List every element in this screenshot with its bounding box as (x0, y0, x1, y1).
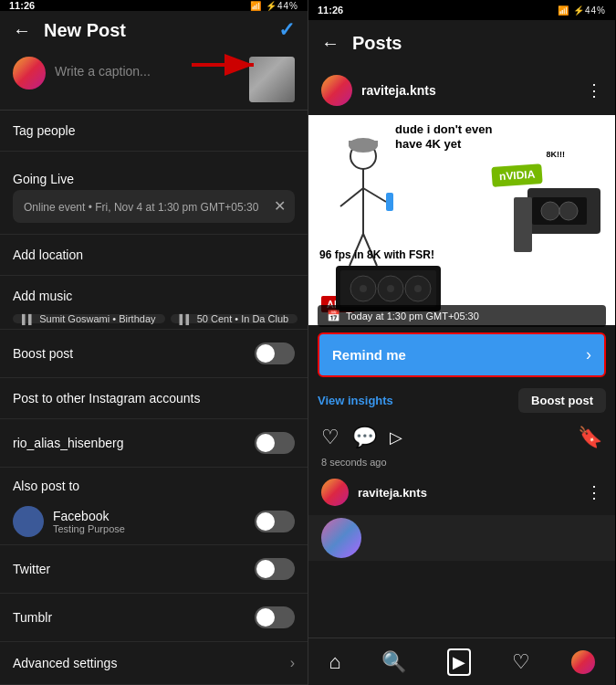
music-bars-icon-1: ▌▌ (22, 314, 35, 324)
next-post-preview (308, 515, 615, 561)
going-live-box: Online event • Fri, Nov 4 at 1:30 pm GMT… (13, 190, 295, 223)
tag-people-item[interactable]: Tag people (0, 111, 308, 152)
nav-reels-icon[interactable]: ▶ (447, 648, 471, 676)
event-time-text: Today at 1:30 pm GMT+05:30 (346, 311, 479, 321)
facebook-toggle[interactable] (255, 511, 295, 532)
facebook-row[interactable]: Facebook Testing Purpose (0, 499, 308, 545)
back-button-left[interactable]: ← (13, 20, 31, 41)
tumblr-toggle[interactable] (255, 606, 295, 628)
post-username-label: raviteja.knts (361, 83, 577, 98)
meme-text-line2: have 4K yet (395, 137, 461, 151)
twitter-label: Twitter (13, 562, 50, 576)
nav-home-icon[interactable]: ⌂ (329, 650, 340, 674)
post-to-other-item[interactable]: Post to other Instagram accounts (0, 378, 308, 419)
facebook-avatar (13, 506, 44, 537)
new-post-header: ← New Post ✓ (0, 11, 308, 49)
nav-profile-icon[interactable] (571, 650, 595, 674)
bookmark-icon[interactable]: 🔖 (578, 426, 602, 449)
going-live-header: Going Live (0, 159, 308, 190)
comment-options-button[interactable]: ⋮ (586, 482, 602, 502)
add-music-label: Add music (13, 289, 72, 303)
post-to-other-label: Post to other Instagram accounts (13, 391, 200, 406)
event-bar: 📅 Today at 1:30 pm GMT+05:30 (318, 305, 606, 327)
page-title-right: Posts (352, 33, 602, 54)
toggle-knob-2 (256, 434, 275, 452)
tumblr-label: Tumblr (13, 610, 52, 625)
music-pill-1-label: Sumit Goswami • Birthday (39, 313, 155, 324)
back-button-right[interactable]: ← (321, 33, 339, 54)
facebook-sub: Testing Purpose (53, 523, 125, 534)
nav-search-icon[interactable]: 🔍 (381, 650, 406, 674)
status-icons-left: 📶 ⚡44% (250, 1, 298, 11)
user-avatar-left (13, 57, 46, 90)
status-bar-right: 11:26 📶 ⚡44% (308, 0, 615, 20)
nvidia-badge: nVIDIA (491, 163, 543, 187)
account-toggle-item[interactable]: rio_alias_hisenberg (0, 419, 308, 468)
boost-post-button-right[interactable]: Boost post (518, 388, 606, 413)
remind-me-label: Remind me (332, 347, 406, 363)
svg-point-14 (541, 202, 559, 220)
add-music-item[interactable]: Add music (0, 276, 308, 307)
caption-input[interactable]: Write a caption... (55, 57, 249, 79)
time-ago-text: 8 seconds ago (308, 457, 615, 473)
toggle-knob (256, 344, 275, 363)
meme-image-container: dude i don't even have 4K yet nVIDIA 8K!… (308, 115, 615, 325)
post-options-button[interactable]: ⋮ (586, 80, 602, 100)
add-location-item[interactable]: Add location (0, 235, 308, 276)
like-icon[interactable]: ♡ (321, 426, 339, 449)
post-header-row: raviteja.knts ⋮ (308, 66, 615, 115)
comment-row: raviteja.knts ⋮ (308, 473, 615, 511)
advanced-settings-item[interactable]: Advanced settings › (0, 642, 308, 685)
music-pill-2-label: 50 Cent • In Da Club (197, 313, 288, 324)
thumbnail-image (249, 57, 295, 102)
nav-heart-icon[interactable]: ♡ (512, 650, 530, 674)
music-pill-2[interactable]: ▌▌ 50 Cent • In Da Club (171, 314, 298, 323)
calendar-icon: 📅 (327, 310, 340, 322)
going-live-sub-text: Online event • Fri, Nov 4 at 1:30 pm GMT… (24, 201, 284, 214)
chevron-right-icon: › (290, 655, 295, 671)
post-actions-row: ♡ 💬 ▷ 🔖 (308, 418, 615, 457)
advanced-settings-label: Advanced settings (13, 656, 117, 670)
toggle-knob-3 (256, 512, 275, 531)
boost-post-label: Boost post (13, 346, 73, 361)
confirm-button[interactable]: ✓ (278, 18, 295, 42)
boost-post-toggle[interactable] (255, 342, 295, 364)
post-thumbnail (249, 57, 295, 102)
facebook-name: Facebook (53, 509, 125, 523)
posts-header: ← Posts (308, 20, 615, 66)
view-insights-button[interactable]: View insights (318, 394, 393, 407)
label-8k: 8K!!! (547, 150, 566, 159)
comment-username: raviteja.knts (358, 486, 577, 500)
share-icon[interactable]: ▷ (390, 427, 402, 448)
svg-point-23 (387, 285, 394, 292)
status-time-right: 11:26 (318, 5, 343, 16)
meme-text-line1: dude i don't even (395, 122, 492, 136)
boost-post-item[interactable]: Boost post (0, 330, 308, 378)
remind-me-button[interactable]: Remind me › (318, 332, 606, 377)
svg-point-22 (360, 285, 367, 292)
right-panel: 11:26 📶 ⚡44% ← Posts raviteja.knts ⋮ (308, 0, 615, 685)
post-user-avatar (321, 75, 352, 106)
svg-point-24 (414, 285, 422, 292)
account-toggle[interactable] (255, 432, 295, 454)
comment-icon[interactable]: 💬 (352, 426, 377, 449)
going-live-close-button[interactable]: ✕ (274, 197, 286, 215)
comment-avatar (321, 479, 349, 506)
fps-text: 96 fps in 8K with FSR! (319, 248, 434, 261)
twitter-item[interactable]: Twitter (0, 545, 308, 594)
left-panel: 11:26 📶 ⚡44% ← New Post ✓ Write a captio… (0, 0, 308, 685)
facebook-info: Facebook Testing Purpose (53, 509, 125, 534)
tag-people-label: Tag people (13, 123, 76, 138)
music-bars-icon-2: ▌▌ (180, 314, 193, 324)
next-post-avatar (321, 518, 361, 558)
svg-rect-16 (514, 197, 532, 252)
music-pill-1[interactable]: ▌▌ Sumit Goswami • Birthday (13, 314, 165, 323)
twitter-toggle[interactable] (255, 558, 295, 580)
going-live-label: Going Live (13, 172, 74, 186)
going-live-section: Going Live Online event • Fri, Nov 4 at … (0, 152, 308, 235)
insights-row: View insights Boost post (308, 383, 615, 418)
status-time-left: 11:26 (9, 0, 35, 11)
tumblr-item[interactable]: Tumblr (0, 594, 308, 642)
svg-point-15 (559, 202, 578, 220)
status-icons-right: 📶 ⚡44% (558, 5, 606, 16)
